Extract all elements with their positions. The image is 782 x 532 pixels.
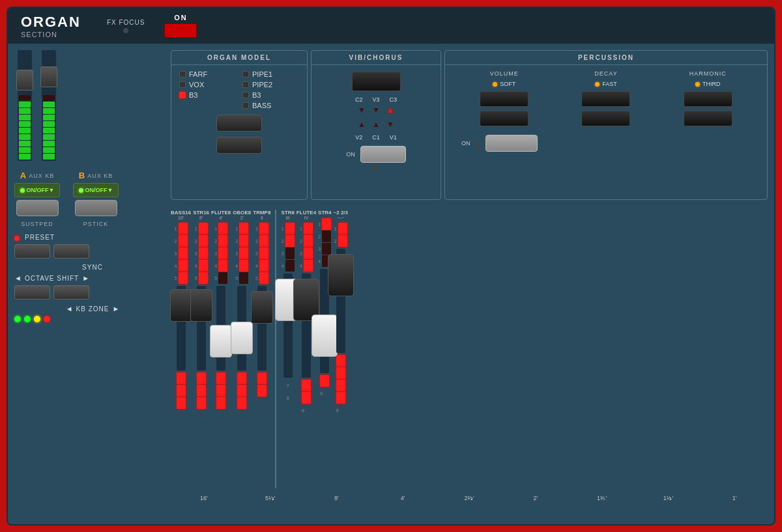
perc-harmonic-btn1[interactable] xyxy=(684,91,732,107)
content-area: A AUX KB ON/OFF▼ SUSTPED B AUX KB xyxy=(8,44,774,524)
drawbar-str8-sub: III xyxy=(286,216,290,220)
num-3: 3 xyxy=(175,247,177,259)
led xyxy=(237,372,246,384)
perc-decay-btn1[interactable] xyxy=(581,91,630,107)
drawbar-oboe8-sub: 2' xyxy=(240,216,244,220)
drawbar-flute8: FLUTE8 4' 1 2 3 4 5 xyxy=(211,210,231,411)
aux-a-led xyxy=(20,188,25,193)
drawbar-flute8-sub: 4' xyxy=(220,216,223,220)
led xyxy=(239,260,248,272)
drawbar-bass16-bottom-leds xyxy=(177,372,186,409)
vib-v3-label: V3 xyxy=(372,96,379,103)
octave-left-button[interactable] xyxy=(14,285,50,300)
vib-arrow-2: ▼ xyxy=(370,105,382,117)
model-button-area xyxy=(179,115,299,154)
drawbar-flute4-bottom-leds: 8 xyxy=(302,380,311,416)
aux-a-onoff-button[interactable]: ON/OFF▼ xyxy=(14,183,60,197)
fx-focus-group: FX FOCUS xyxy=(107,19,145,33)
vib-arrow-grid: ▼ ▼ ▲ ▲ ▲ ▼ xyxy=(356,105,396,132)
drawbar-flute8-top: 1 2 3 4 5 xyxy=(214,223,227,284)
drawbar-flute4-name: FLUTE4 xyxy=(297,210,316,216)
aux-a-gray-button[interactable] xyxy=(16,200,59,216)
meter-segment xyxy=(43,121,55,127)
foot-8: 8' xyxy=(304,495,370,501)
right-area: ORGAN MODEL FARF PIPE1 VOX xyxy=(171,50,768,505)
vib-on-led xyxy=(373,166,379,171)
drawbar-flute8-numbers: 1 2 3 4 5 xyxy=(214,223,217,284)
drawbar-str16-track xyxy=(197,286,206,371)
drawbar-trmp8: TRMP8 II 1 2 3 4 5 xyxy=(253,210,270,399)
led xyxy=(257,385,267,397)
sustped-label: SUSTPED xyxy=(21,221,53,227)
fx-focus-label: FX FOCUS xyxy=(107,19,145,26)
perc-volume-btn1[interactable] xyxy=(480,91,529,107)
vib-top-button[interactable] xyxy=(352,72,401,91)
drawbar-oboe8-numbers: 1 2 3 4 5 xyxy=(235,223,238,284)
drawbar-flute8-handle[interactable] xyxy=(210,325,232,357)
led xyxy=(259,223,268,234)
organ-model-title: ORGAN MODEL xyxy=(171,51,307,65)
title-group: ORGAN SECTION xyxy=(21,14,81,38)
preset-btn-2[interactable] xyxy=(53,244,89,259)
perc-harmonic-btn2[interactable] xyxy=(684,111,732,126)
vib-arrow-1: ▼ xyxy=(356,105,368,117)
perc-volume-btn2[interactable] xyxy=(480,111,529,126)
meter-segment xyxy=(19,128,31,133)
drawbar-bass16-handle[interactable] xyxy=(170,289,192,322)
perc-on-button[interactable] xyxy=(485,135,538,152)
vib-bottom-labels: V2 C1 V1 xyxy=(355,134,397,141)
led xyxy=(177,397,186,409)
drawbar-str4-handle[interactable] xyxy=(311,315,338,357)
perc-volume-group: VOLUME SOFT xyxy=(455,70,553,126)
vib-arrow-5: ▲ xyxy=(370,120,382,132)
drawbar-flute8-name: FLUTE8 xyxy=(211,210,231,216)
vib-on-button[interactable] xyxy=(360,146,406,163)
drawbar-223-name: ~2 2/3 xyxy=(334,210,348,216)
zone-leds xyxy=(14,316,171,322)
level-fader-2[interactable] xyxy=(40,66,57,87)
vib-v1-label: V1 xyxy=(390,134,397,141)
drawbar-str8-numbers: 1 2 3 4 xyxy=(282,223,284,272)
aux-b-gray-button[interactable] xyxy=(75,200,117,216)
model-select-btn[interactable] xyxy=(216,115,262,132)
drawbar-str4-numbers: 1 2 3 4 xyxy=(318,218,321,267)
led xyxy=(259,272,268,284)
perc-content: VOLUME SOFT DECAY FAST xyxy=(445,65,767,132)
led xyxy=(302,380,311,391)
led xyxy=(237,397,246,409)
on-toggle-button[interactable] xyxy=(164,23,197,38)
vib-arrow-6: ▼ xyxy=(384,120,396,132)
perc-decay-btn2[interactable] xyxy=(581,111,630,126)
drawbar-trmp8-handle[interactable] xyxy=(251,291,273,324)
drawbar-oboe8-handle[interactable] xyxy=(231,322,253,354)
led xyxy=(179,247,188,259)
meter-segment xyxy=(19,121,31,127)
drawbar-str16-led-strip xyxy=(199,223,208,284)
foot-513: 5¹⁄₃' xyxy=(237,495,304,501)
led xyxy=(179,260,188,272)
foot-2: 2' xyxy=(502,495,569,501)
pstick-label: PSTICK xyxy=(83,221,109,227)
aux-b-onoff-button[interactable]: ON/OFF▼ xyxy=(73,183,119,197)
model-confirm-btn[interactable] xyxy=(216,137,262,154)
drawbar-223-led-strip xyxy=(338,223,347,247)
perc-third-led xyxy=(695,82,700,87)
num-2: 2 xyxy=(175,235,177,247)
led xyxy=(239,223,248,234)
model-b3-2: B3 xyxy=(242,91,299,99)
preset-label: PRESET xyxy=(25,234,55,241)
model-vox-indicator xyxy=(179,81,186,88)
drawbar-flute4-track xyxy=(302,273,311,378)
perc-decay-label: DECAY xyxy=(594,70,617,77)
led xyxy=(338,223,347,234)
led xyxy=(239,247,248,259)
preset-btn-1[interactable] xyxy=(14,244,50,259)
drawbar-str16-handle[interactable] xyxy=(190,289,212,322)
drawbar-223-handle[interactable] xyxy=(328,254,354,296)
model-farf-label: FARF xyxy=(189,70,207,78)
drawbar-str8: STR8 III 1 2 3 4 xyxy=(281,210,294,404)
level-fader-1[interactable] xyxy=(16,70,33,91)
vib-top-labels: C2 V3 C3 xyxy=(355,96,397,103)
model-pipe2: PIPE2 xyxy=(242,81,299,89)
octave-right-button[interactable] xyxy=(53,285,89,300)
